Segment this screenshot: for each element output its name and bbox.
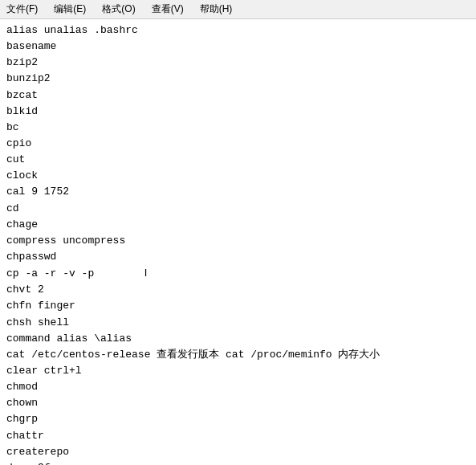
content-area: alias unalias .bashrcbasenamebzip2bunzip… bbox=[0, 19, 476, 465]
menu-help[interactable]: 帮助(H) bbox=[197, 2, 236, 17]
code-line: cd bbox=[6, 201, 470, 217]
text-cursor-icon: I bbox=[144, 267, 148, 279]
menu-edit[interactable]: 编辑(E) bbox=[51, 2, 89, 17]
code-line: chmod bbox=[6, 379, 470, 395]
code-line: clock bbox=[6, 168, 470, 184]
code-line: cut bbox=[6, 152, 470, 168]
code-line: bzcat bbox=[6, 88, 470, 104]
code-line: basename bbox=[6, 39, 470, 55]
code-line: clear ctrl+l bbox=[6, 363, 470, 379]
menu-file[interactable]: 文件(F) bbox=[3, 2, 41, 17]
code-line: cat /etc/centos-release 查看发行版本 cat /proc… bbox=[6, 347, 470, 363]
code-line: bc bbox=[6, 120, 470, 136]
code-line: chattr bbox=[6, 428, 470, 444]
menu-bar[interactable]: 文件(F) 编辑(E) 格式(O) 查看(V) 帮助(H) bbox=[0, 0, 476, 19]
code-line: chsh shell bbox=[6, 315, 470, 331]
code-line: chgrp bbox=[6, 411, 470, 427]
code-line: chfn finger bbox=[6, 298, 470, 314]
code-line: alias unalias .bashrc bbox=[6, 22, 470, 39]
code-line: cpio bbox=[6, 136, 470, 152]
code-line: chvt 2 bbox=[6, 282, 470, 298]
code-line: command alias \alias bbox=[6, 331, 470, 347]
code-line: bzip2 bbox=[6, 55, 470, 71]
code-line: blkid bbox=[6, 104, 470, 120]
code-line: createrepo bbox=[6, 444, 470, 460]
code-line: compress uncompress bbox=[6, 233, 470, 249]
menu-format[interactable]: 格式(O) bbox=[99, 2, 138, 17]
code-line: chage bbox=[6, 217, 470, 233]
code-line: bunzip2 bbox=[6, 71, 470, 87]
code-line: dumpe2fs bbox=[6, 460, 470, 465]
menu-view[interactable]: 查看(V) bbox=[148, 2, 187, 17]
code-line: chown bbox=[6, 395, 470, 411]
code-line: cal 9 1752 bbox=[6, 184, 470, 200]
code-line: chpasswd bbox=[6, 249, 470, 265]
cursor-line: cp -a -r -v -p I bbox=[6, 265, 470, 282]
